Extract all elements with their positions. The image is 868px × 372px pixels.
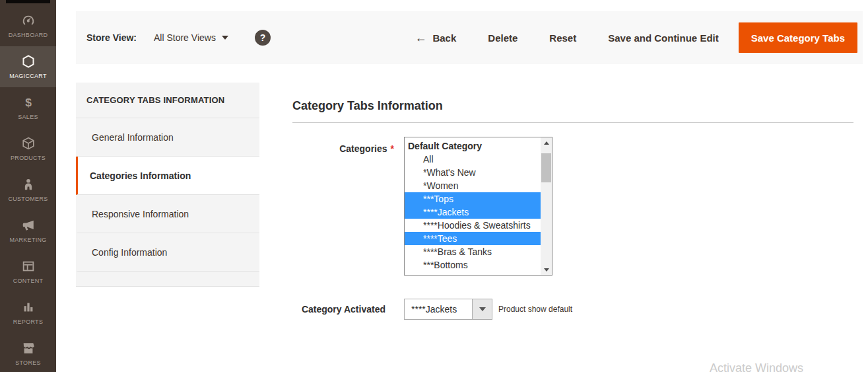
category-option[interactable]: ***Tops bbox=[405, 192, 541, 205]
delete-button[interactable]: Delete bbox=[488, 32, 517, 44]
chevron-down-icon bbox=[222, 36, 228, 40]
categories-multiselect[interactable]: Default CategoryAll*What's New*Women***T… bbox=[404, 137, 552, 276]
sales-icon: $ bbox=[21, 95, 36, 111]
listbox-scrollbar[interactable] bbox=[541, 137, 552, 275]
category-option[interactable]: All bbox=[405, 153, 541, 166]
sidebar-item-sales[interactable]: $SALES bbox=[0, 87, 56, 128]
section-nav-header: CATEGORY TABS INFORMATION bbox=[76, 83, 259, 118]
dashboard-icon bbox=[21, 13, 36, 29]
marketing-icon bbox=[21, 218, 36, 234]
nav-item-categories-information[interactable]: Categories Information bbox=[76, 157, 259, 195]
products-icon bbox=[21, 136, 36, 152]
page-title: Category Tabs Information bbox=[292, 99, 853, 113]
chevron-down-icon bbox=[479, 307, 486, 311]
customers-icon bbox=[21, 177, 36, 193]
svg-text:$: $ bbox=[25, 96, 32, 109]
reset-button[interactable]: Reset bbox=[549, 32, 576, 44]
sidebar-item-label: PRODUCTS bbox=[11, 155, 46, 161]
category-option[interactable]: *What's New bbox=[405, 166, 541, 179]
scrollbar-thumb[interactable] bbox=[541, 153, 551, 182]
nav-item-responsive-information[interactable]: Responsive Information bbox=[76, 195, 259, 233]
category-activated-select[interactable]: ****Jackets bbox=[404, 299, 492, 320]
category-activated-label: Category Activated bbox=[292, 299, 385, 320]
scroll-down-icon[interactable] bbox=[541, 264, 552, 275]
category-option[interactable]: ****Bras & Tanks bbox=[405, 245, 541, 258]
sidebar-item-label: REPORTS bbox=[13, 318, 43, 325]
magiccart-icon bbox=[21, 54, 36, 70]
category-activated-note: Product show default bbox=[498, 305, 572, 314]
category-option[interactable]: *Women bbox=[405, 179, 541, 192]
save-category-tabs-button[interactable]: Save Category Tabs bbox=[739, 22, 857, 53]
back-button-label: Back bbox=[432, 32, 456, 44]
activate-windows-watermark: Activate Windows bbox=[710, 361, 803, 372]
section-nav-items: General InformationCategories Informatio… bbox=[76, 118, 259, 272]
admin-sidebar: DASHBOARDMAGICCART$SALESPRODUCTSCUSTOMER… bbox=[0, 0, 56, 372]
store-view-selector[interactable]: All Store Views bbox=[154, 32, 228, 43]
sidebar-item-content[interactable]: CONTENT bbox=[0, 251, 56, 292]
scroll-up-icon[interactable] bbox=[541, 137, 552, 148]
nav-item-general-information[interactable]: General Information bbox=[76, 118, 259, 157]
stores-icon bbox=[21, 341, 36, 357]
sidebar-item-label: STORES bbox=[15, 359, 41, 366]
category-activated-value: ****Jackets bbox=[405, 299, 472, 319]
categories-field-row: Categories* Default CategoryAll*What's N… bbox=[292, 137, 853, 276]
categories-label: Categories* bbox=[292, 137, 394, 276]
category-option[interactable]: Default Category bbox=[405, 139, 541, 153]
sidebar-item-marketing[interactable]: MARKETING bbox=[0, 210, 56, 251]
sidebar-item-label: CONTENT bbox=[13, 278, 44, 284]
required-marker: * bbox=[391, 143, 394, 154]
category-option[interactable]: ****Tees bbox=[405, 232, 541, 245]
category-option[interactable]: ****Hoodies & Sweatshirts bbox=[405, 219, 541, 232]
sidebar-item-magiccart[interactable]: MAGICCART bbox=[0, 46, 56, 87]
store-view-value: All Store Views bbox=[154, 32, 216, 43]
sidebar-item-reports[interactable]: REPORTS bbox=[0, 292, 56, 333]
sidebar-item-label: MARKETING bbox=[9, 237, 46, 243]
back-arrow-icon: ← bbox=[415, 32, 426, 44]
nav-item-config-information[interactable]: Config Information bbox=[76, 233, 259, 272]
page-toolbar: Store View: All Store Views ? ← Back Del… bbox=[76, 11, 863, 64]
category-option[interactable]: ****Jackets bbox=[405, 205, 541, 219]
category-option[interactable]: ***Bottoms bbox=[405, 258, 541, 272]
logo-strip bbox=[6, 0, 50, 3]
content-icon bbox=[21, 259, 36, 275]
toolbar-actions: ← Back Delete Reset Save and Continue Ed… bbox=[415, 22, 857, 53]
section-nav: CATEGORY TABS INFORMATION General Inform… bbox=[76, 83, 259, 287]
back-button[interactable]: ← Back bbox=[415, 32, 456, 44]
store-view-label: Store View: bbox=[86, 32, 137, 43]
sidebar-item-customers[interactable]: CUSTOMERS bbox=[0, 169, 56, 210]
sidebar-item-dashboard[interactable]: DASHBOARD bbox=[0, 5, 56, 46]
sidebar-nav: DASHBOARDMAGICCART$SALESPRODUCTSCUSTOMER… bbox=[0, 5, 56, 372]
main-content: Category Tabs Information Categories* De… bbox=[292, 99, 853, 320]
help-icon[interactable]: ? bbox=[255, 30, 271, 46]
sidebar-item-products[interactable]: PRODUCTS bbox=[0, 128, 56, 169]
category-options: Default CategoryAll*What's New*Women***T… bbox=[405, 139, 541, 272]
sidebar-item-label: SALES bbox=[18, 114, 38, 120]
title-divider bbox=[292, 122, 853, 123]
save-and-continue-button[interactable]: Save and Continue Edit bbox=[608, 32, 719, 44]
sidebar-item-stores[interactable]: STORES bbox=[0, 333, 56, 372]
dropdown-arrow[interactable] bbox=[472, 299, 492, 319]
sidebar-item-label: MAGICCART bbox=[9, 73, 47, 79]
sidebar-item-label: CUSTOMERS bbox=[8, 196, 48, 202]
sidebar-item-label: DASHBOARD bbox=[9, 32, 48, 38]
category-activated-row: Category Activated ****Jackets Product s… bbox=[292, 299, 853, 320]
reports-icon bbox=[21, 300, 36, 316]
